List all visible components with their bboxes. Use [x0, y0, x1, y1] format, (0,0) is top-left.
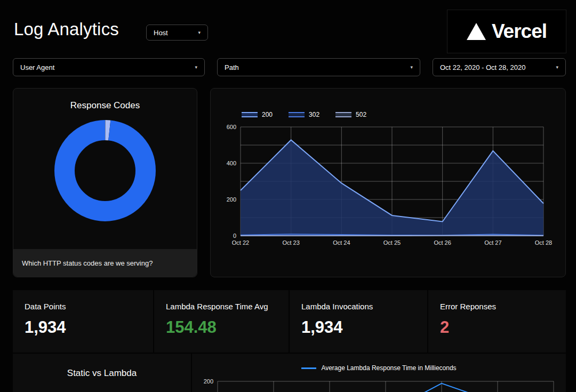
stat-lambda-invocations: Lambda Invocations 1,934: [290, 290, 427, 353]
response-codes-card: Response Codes Which HTTP status codes a…: [13, 88, 197, 277]
svg-text:Oct 25: Oct 25: [383, 239, 401, 246]
lambda-legend-label: Average Lambda Response Time in Millieco…: [321, 364, 456, 372]
stats-row: Data Points 1,934 Lambda Response Time A…: [13, 290, 566, 353]
legend-label-502: 502: [356, 111, 366, 118]
response-codes-question: Which HTTP status codes are we serving?: [22, 259, 153, 267]
filter-bar: User Agent ▾ Path ▾ Oct 22, 2020 - Oct 2…: [13, 58, 566, 76]
stat-label: Error Reponses: [440, 302, 566, 311]
status-codes-line-chart: 0200400600Oct 22Oct 23Oct 24Oct 25Oct 26…: [216, 119, 557, 253]
svg-text:Oct 27: Oct 27: [484, 239, 501, 246]
stat-value: 1,934: [25, 318, 153, 337]
svg-text:Oct 26: Oct 26: [434, 239, 451, 246]
svg-text:400: 400: [227, 160, 236, 166]
host-dropdown[interactable]: Host ▾: [146, 25, 208, 41]
svg-text:0: 0: [233, 233, 236, 239]
legend-item-302[interactable]: 302: [289, 111, 319, 118]
static-vs-lambda-card: Static vs Lambda: [13, 354, 191, 392]
response-codes-footer: Which HTTP status codes are we serving?: [13, 249, 197, 277]
stat-label: Lambda Invocations: [301, 302, 427, 311]
stat-data-points: Data Points 1,934: [13, 290, 153, 353]
path-dropdown-label: Path: [225, 63, 239, 71]
legend-item-502[interactable]: 502: [335, 111, 366, 118]
vercel-triangle-icon: [467, 23, 486, 40]
vercel-logo-text: Vercel: [492, 20, 547, 43]
lambda-response-time-line-chart: 200Oct 22Oct 23Oct 24Oct 25Oct 26Oct 27O…: [195, 375, 563, 392]
user-agent-dropdown[interactable]: User Agent ▾: [13, 58, 205, 76]
lambda-response-time-card: Average Lambda Response Time in Millieco…: [192, 354, 566, 392]
stat-value: 1,934: [301, 318, 427, 337]
legend-swatch-200: [242, 112, 258, 117]
svg-text:Oct 24: Oct 24: [333, 239, 350, 246]
legend-swatch-502: [335, 112, 351, 117]
response-codes-donut-wrap: [13, 117, 197, 224]
page-title: Log Analytics: [14, 19, 119, 39]
legend-line-icon: [301, 367, 316, 369]
response-codes-title: Response Codes: [13, 100, 197, 111]
stat-label: Lambda Response Time Avg: [166, 302, 289, 311]
legend-label-302: 302: [309, 111, 319, 118]
legend-item-200[interactable]: 200: [242, 111, 273, 118]
stat-label: Data Points: [25, 302, 153, 311]
timeline-legend: 200 302 502: [242, 111, 565, 118]
stat-value: 2: [440, 318, 566, 337]
svg-text:600: 600: [227, 124, 236, 130]
chevron-down-icon: ▾: [198, 30, 201, 35]
response-codes-donut-chart: [52, 117, 158, 224]
chevron-down-icon: ▾: [195, 65, 197, 70]
chevron-down-icon: ▾: [556, 65, 558, 70]
static-vs-lambda-title: Static vs Lambda: [13, 368, 191, 379]
svg-text:200: 200: [227, 196, 236, 203]
svg-text:Oct 22: Oct 22: [232, 239, 249, 246]
legend-label-200: 200: [262, 111, 273, 118]
path-dropdown[interactable]: Path ▾: [217, 58, 420, 76]
svg-text:200: 200: [204, 378, 213, 385]
log-analytics-dashboard: Log Analytics Host ▾ Vercel User Agent ▾…: [0, 0, 576, 392]
user-agent-dropdown-label: User Agent: [20, 63, 54, 71]
date-range-dropdown[interactable]: Oct 22, 2020 - Oct 28, 2020 ▾: [433, 58, 566, 76]
svg-text:Oct 23: Oct 23: [282, 239, 299, 246]
vercel-logo: Vercel: [447, 10, 566, 53]
stat-error-responses: Error Reponses 2: [428, 290, 566, 353]
svg-text:Oct 28: Oct 28: [535, 239, 552, 246]
host-dropdown-label: Host: [154, 29, 168, 37]
stat-lambda-response-time-avg: Lambda Response Time Avg 154.48: [154, 290, 289, 353]
status-codes-timeline-card: 200 302 502 0200400600Oct 22Oct 23Oct 24…: [210, 88, 566, 277]
chevron-down-icon: ▾: [410, 65, 413, 70]
legend-swatch-302: [289, 112, 305, 117]
lambda-chart-legend[interactable]: Average Lambda Response Time in Millieco…: [192, 364, 566, 372]
stat-value: 154.48: [166, 318, 289, 337]
date-range-label: Oct 22, 2020 - Oct 28, 2020: [440, 63, 525, 71]
